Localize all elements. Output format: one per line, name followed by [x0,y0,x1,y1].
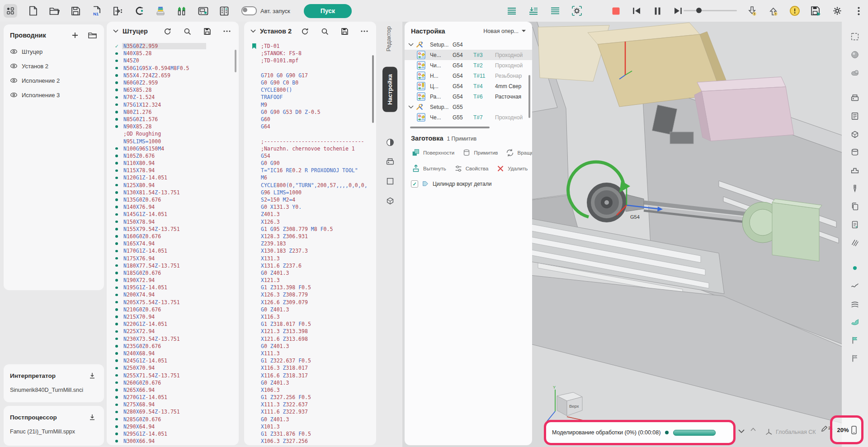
apps-grid-icon[interactable] [4,4,17,18]
gcode-line[interactable]: N180X77.54Z-13.751 [111,262,239,269]
new-file-icon[interactable] [28,5,38,16]
scrollbar-thumb[interactable] [372,55,374,123]
stock-box-icon[interactable] [848,127,862,141]
gcode-line[interactable]: N60G0Z2.959 [111,79,239,86]
download-icon[interactable] [87,412,98,423]
gcode-line[interactable]: N95LIMS=1000 [111,137,239,145]
gcode-line[interactable]: ;Naruzhn. chernovoe tochenie 1 [249,145,376,152]
tab-settings[interactable]: Настройка [382,67,397,112]
flag-gray-icon[interactable] [848,352,862,365]
settings-gear-icon[interactable] [832,5,843,16]
gcode-line[interactable]: N45Z0 [111,57,239,64]
gcode-line[interactable]: M6 [249,174,376,181]
gcode-line[interactable]: N155X79.54Z-13.751 [111,226,239,233]
gcode-line[interactable]: N35G0Z2.959 [111,42,239,50]
gcode-line[interactable]: X111.6 Z322.937 [249,408,376,415]
gcode-line[interactable]: N225X72.94 [111,328,239,335]
gcode-line[interactable]: X126.3 [249,218,376,226]
gcode-line[interactable]: ;-------------------------------- [249,137,376,145]
start-button[interactable]: Пуск [304,4,352,18]
gcode-line[interactable]: G0 X131.3 Y0. [249,203,376,211]
gcode-line[interactable]: N115X78.94 [111,167,239,174]
gcode-line[interactable]: G0 Z401.3 [249,269,376,277]
kebab-menu-icon[interactable] [853,5,864,16]
point-icon[interactable] [848,261,862,275]
control-device-icon[interactable] [198,5,208,16]
sync-down-icon[interactable] [747,5,758,16]
gcode-line[interactable]: G54 [249,152,376,160]
more-options-icon[interactable] [222,26,232,37]
gear-select-icon[interactable] [571,5,582,16]
gcode-line[interactable]: N120G1Z-14.051 [111,174,239,181]
gcode-line[interactable]: N125X80.94 [111,182,239,189]
step-back-icon[interactable] [631,5,642,16]
gcode-line[interactable]: Z239.183 [249,240,376,247]
gcode-line[interactable]: N280X69.54Z-13.751 [111,408,239,415]
gcode-line[interactable]: N80Z1.276 [111,108,239,116]
gcode-line[interactable]: G1 G95 Z308.779 M8 F0.5 [249,226,376,233]
gcode-line[interactable]: X128.3 Z306.931 [249,233,376,240]
gcode-line[interactable]: G0 Z401.3 [249,379,376,386]
gcode-line[interactable]: G0 G90 C0 B0 [249,79,376,86]
gcode-line[interactable]: N230X73.54Z-13.751 [111,335,239,343]
surfaces-button[interactable]: Поверхности [411,148,454,158]
solid-body-icon[interactable] [848,66,862,80]
surface-teal-icon[interactable] [848,315,862,329]
pause-icon[interactable] [652,5,663,16]
save-icon[interactable] [202,26,212,37]
gcode-line[interactable]: ;STANOK: FS-8 [249,50,376,57]
gcode-line[interactable]: G710 G0 G90 G17 [249,72,376,79]
add-icon[interactable] [70,30,80,41]
gcode-line[interactable]: ;TD-0101.mpf [249,57,376,64]
gcode-line[interactable]: N195G1Z-14.051 [111,284,239,291]
gcode-line[interactable]: G0 Z401.3 [249,306,376,313]
magnet-icon[interactable] [134,5,145,16]
gcode-line[interactable]: G0 Z401.3 [249,343,376,350]
gcode-line[interactable]: N55X4.724Z2.659 [111,72,239,79]
shaded-sphere-icon[interactable] [848,48,862,61]
folder-icon[interactable] [87,30,98,41]
gcode-line[interactable]: N245G1Z-14.051 [111,357,239,364]
sync-up-icon[interactable] [768,5,779,16]
revolve-button[interactable]: Вращение [505,148,532,158]
primitive-button[interactable]: Примитив [462,148,498,158]
save-icon[interactable] [70,5,81,16]
gcode-line[interactable]: X131.3 [249,254,376,262]
gcode-line[interactable]: X116.3 Z318.017 [249,364,376,372]
toolpath-hatch-icon[interactable] [848,236,862,249]
gcode-line[interactable]: G1 Z327.256 F0.5 [249,394,376,401]
progress-track[interactable] [673,430,716,436]
gcode-line[interactable]: S2=150 M2=4 [249,196,376,203]
lines-icon[interactable] [550,5,561,16]
gcode-line[interactable]: N75G1X12.324 [111,101,239,108]
gcode-line[interactable]: X101.3 [249,423,376,430]
gcode-line[interactable]: N85G0Z1.576 [111,116,239,123]
program-doc-icon[interactable] [848,218,862,231]
delete-button[interactable]: Удалить [495,164,528,174]
save-run-icon[interactable] [811,5,821,16]
gcode-line[interactable]: G64 [249,123,376,130]
properties-button[interactable]: Свойства [453,164,489,174]
tree-row[interactable]: G Setup... [405,39,532,50]
gcode-line[interactable]: N170G1Z-14.051 [111,247,239,254]
gcode-line[interactable]: G60 [249,116,376,123]
gcode-line[interactable]: X126.3 Z308.779 [249,291,376,298]
toggle-switch[interactable] [241,6,257,15]
gcode-line[interactable]: X106.3 Z327.256 [249,438,376,445]
tab-editor[interactable]: Редактор [385,26,392,52]
eye-icon[interactable] [10,62,18,70]
chevron-down-icon[interactable] [250,29,256,33]
stock-checkbox[interactable]: ✓ [411,180,418,188]
panel-list-icon[interactable] [219,5,230,16]
gcode-line[interactable]: N270G1Z-14.051 [111,394,239,401]
refresh-icon[interactable] [299,26,310,37]
auto-start-toggle[interactable]: Авт. запуск [241,6,290,15]
tree-row[interactable]: G Че... G54 [405,50,532,60]
turret-icon[interactable] [848,164,862,177]
gcode-line[interactable]: N265X66.94 [111,386,239,394]
gcode-line[interactable]: N40X85.28 [111,50,239,57]
gcode-line[interactable]: N70Z-1.524 [111,94,239,101]
machine-visibility-icon[interactable] [383,155,397,169]
gcode-line[interactable] [249,130,376,137]
tree-scrollbar-vertical[interactable] [528,75,530,118]
